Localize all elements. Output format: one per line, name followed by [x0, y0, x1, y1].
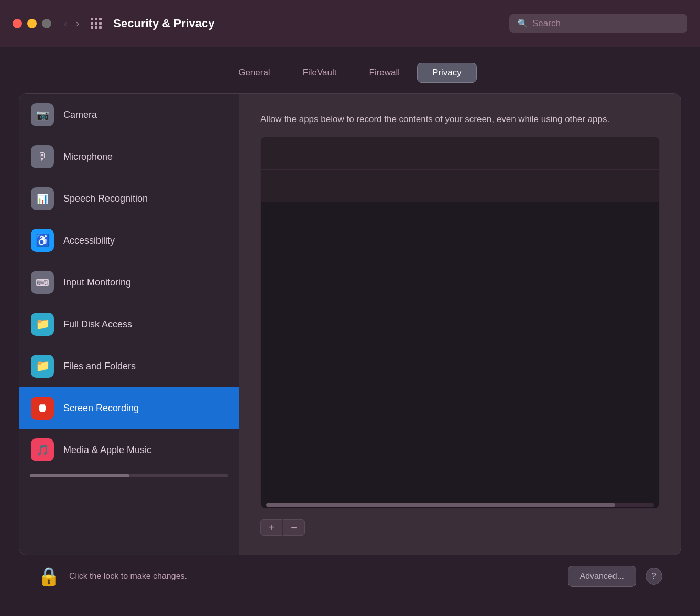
speech-recognition-icon	[31, 187, 54, 210]
microphone-icon	[31, 145, 54, 168]
advanced-button[interactable]: Advanced...	[568, 566, 637, 587]
right-panel: Allow the apps below to record the conte…	[239, 94, 681, 555]
tabs-row: General FileVault Firewall Privacy	[19, 47, 681, 93]
sidebar-label-media-apple-music: Media & Apple Music	[63, 445, 151, 456]
app-list-item-2	[261, 170, 659, 202]
action-buttons: + −	[260, 519, 660, 536]
window-title: Security & Privacy	[113, 17, 509, 30]
help-button[interactable]: ?	[646, 568, 662, 585]
sidebar-label-files-and-folders: Files and Folders	[63, 361, 136, 372]
sidebar-item-camera[interactable]: Camera	[19, 94, 239, 136]
search-box[interactable]: 🔍	[509, 14, 687, 33]
tab-general[interactable]: General	[223, 63, 285, 83]
files-and-folders-icon: 📁	[31, 355, 54, 378]
nav-arrows: ‹ ›	[62, 17, 81, 29]
sidebar-label-speech-recognition: Speech Recognition	[63, 193, 148, 204]
remove-app-button[interactable]: −	[283, 519, 305, 536]
zoom-button[interactable]	[42, 19, 51, 28]
sidebar-item-full-disk-access[interactable]: 📁 Full Disk Access	[19, 303, 239, 345]
app-list-item-1	[261, 137, 659, 170]
search-input[interactable]	[532, 18, 679, 29]
search-icon: 🔍	[518, 18, 528, 28]
sidebar-label-microphone: Microphone	[63, 151, 113, 162]
app-list-container	[260, 137, 660, 509]
screen-recording-icon	[31, 397, 54, 420]
sidebar-item-files-and-folders[interactable]: 📁 Files and Folders	[19, 345, 239, 387]
app-list-spacer	[261, 202, 659, 502]
sidebar-horizontal-scrollbar[interactable]	[19, 471, 239, 480]
full-disk-access-icon: 📁	[31, 313, 54, 336]
sidebar: Camera Microphone Speech Recognition Acc…	[19, 94, 239, 555]
sidebar-label-accessibility: Accessibility	[63, 235, 115, 246]
traffic-lights	[13, 19, 51, 28]
app-list-scrollbar[interactable]	[261, 502, 659, 508]
forward-button[interactable]: ›	[74, 17, 82, 29]
media-apple-music-icon	[31, 438, 54, 461]
sidebar-label-screen-recording: Screen Recording	[63, 403, 139, 414]
tab-privacy[interactable]: Privacy	[417, 63, 477, 83]
main-content: General FileVault Firewall Privacy Camer…	[0, 47, 700, 616]
sidebar-label-input-monitoring: Input Monitoring	[63, 277, 131, 288]
sidebar-item-accessibility[interactable]: Accessibility	[19, 219, 239, 261]
minimize-button[interactable]	[27, 19, 37, 28]
sidebar-item-input-monitoring[interactable]: Input Monitoring	[19, 261, 239, 303]
accessibility-icon	[31, 229, 54, 252]
sidebar-item-speech-recognition[interactable]: Speech Recognition	[19, 178, 239, 219]
tab-filevault[interactable]: FileVault	[288, 63, 352, 83]
titlebar: ‹ › Security & Privacy 🔍	[0, 0, 700, 47]
back-button[interactable]: ‹	[62, 17, 70, 29]
camera-icon	[31, 103, 54, 126]
sidebar-item-microphone[interactable]: Microphone	[19, 136, 239, 178]
sidebar-item-screen-recording[interactable]: Screen Recording	[19, 387, 239, 429]
bottom-bar: 🔒 Click the lock to make changes. Advanc…	[19, 555, 681, 597]
sidebar-label-full-disk-access: Full Disk Access	[63, 319, 132, 330]
input-monitoring-icon	[31, 271, 54, 294]
description-text: Allow the apps below to record the conte…	[260, 113, 660, 126]
lock-icon[interactable]: 🔒	[38, 566, 60, 587]
sidebar-item-media-apple-music[interactable]: Media & Apple Music	[19, 429, 239, 471]
close-button[interactable]	[13, 19, 22, 28]
tab-firewall[interactable]: Firewall	[354, 63, 415, 83]
lock-label: Click the lock to make changes.	[69, 571, 559, 581]
add-app-button[interactable]: +	[260, 519, 282, 536]
apps-grid-icon[interactable]	[91, 18, 102, 29]
privacy-panel: Camera Microphone Speech Recognition Acc…	[19, 93, 681, 555]
sidebar-label-camera: Camera	[63, 109, 97, 120]
